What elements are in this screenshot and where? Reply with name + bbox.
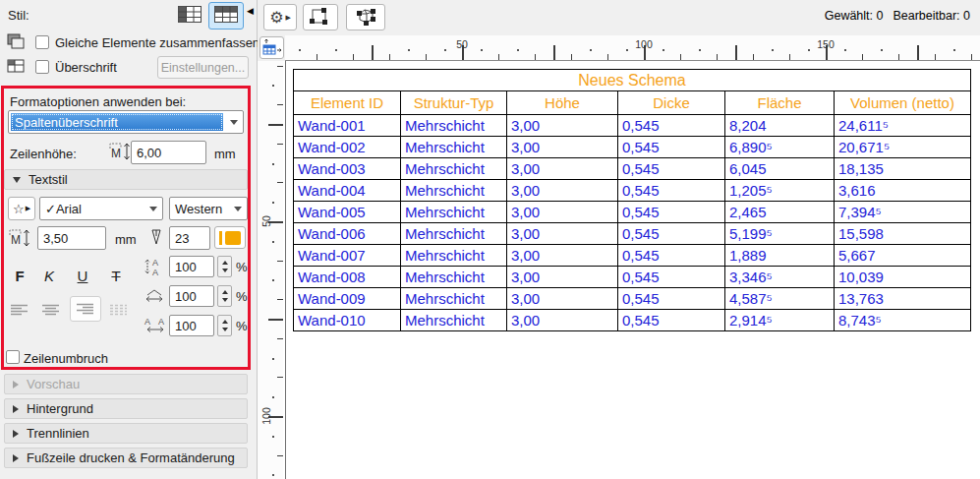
schedule-title[interactable]: Neues Schema [294,70,971,91]
section-hintergrund[interactable]: Hintergrund [4,398,248,419]
v-ruler[interactable]: 50100 [258,61,283,479]
table-cell[interactable]: 3,00 [507,115,618,137]
table-row[interactable]: Wand-009Mehrschicht3,000,5454,587⁵13,763 [294,288,971,310]
select-in-schedule-button[interactable] [303,4,338,30]
table-cell[interactable]: 4,587⁵ [725,288,835,310]
table-cell[interactable]: 3,346⁵ [725,267,835,288]
favorites-button[interactable]: ☆▶ [8,197,35,220]
table-cell[interactable]: Mehrschicht [401,115,507,137]
schedule-column-header[interactable]: Struktur-Typ [401,91,507,115]
table-cell[interactable]: 3,00 [507,310,618,331]
table-cell[interactable]: Mehrschicht [401,158,507,180]
font-script-dropdown[interactable]: Western [169,197,248,220]
table-cell[interactable]: 3,00 [507,202,618,223]
table-cell[interactable]: Mehrschicht [401,223,507,245]
table-cell[interactable]: 3,00 [507,180,618,202]
table-row[interactable]: Wand-004Mehrschicht3,000,5451,205⁵3,616 [294,180,971,202]
schedule-title-row[interactable]: Neues Schema [294,70,971,91]
schedule-column-header[interactable]: Element ID [294,91,401,115]
align-justify-button[interactable] [107,301,131,319]
line-spacing-stepper[interactable] [217,256,232,277]
table-cell[interactable]: 0,545 [618,245,725,267]
table-cell[interactable]: 0,545 [618,267,725,288]
table-cell[interactable]: Mehrschicht [401,202,507,223]
table-cell[interactable]: 1,889 [725,245,835,267]
table-row[interactable]: Wand-001Mehrschicht3,000,5458,20424,611⁵ [294,115,971,137]
table-cell[interactable]: 13,763 [835,288,971,310]
char-width-stepper[interactable] [217,285,232,307]
table-cell[interactable]: 0,545 [618,288,725,310]
table-cell[interactable]: Mehrschicht [401,267,507,288]
table-cell[interactable]: 20,671⁵ [835,137,971,158]
table-cell[interactable]: Wand-001 [294,115,401,137]
schedule-header-row[interactable]: Element IDStruktur-TypHöheDickeFlächeVol… [294,91,971,115]
table-cell[interactable]: Wand-003 [294,158,401,180]
table-cell[interactable]: Wand-008 [294,267,401,288]
strikethrough-button[interactable]: T [105,264,127,287]
table-cell[interactable]: Wand-006 [294,223,401,245]
table-cell[interactable]: 7,394⁵ [835,202,971,223]
table-cell[interactable]: 6,890⁵ [725,137,835,158]
schedule-table[interactable]: Neues Schema Element IDStruktur-TypHöheD… [293,69,971,331]
table-cell[interactable]: 5,667 [835,245,971,267]
table-cell[interactable]: Mehrschicht [401,180,507,202]
style-header-row-button[interactable] [208,2,244,30]
table-cell[interactable]: Wand-007 [294,245,401,267]
table-cell[interactable]: 0,545 [618,158,725,180]
table-cell[interactable]: 8,743⁵ [835,310,971,331]
italic-button[interactable]: K [38,264,60,287]
table-cell[interactable]: 15,598 [835,223,971,245]
section-vorschau[interactable]: Vorschau [4,374,248,394]
schedule-column-header[interactable]: Volumen (netto) [835,91,971,115]
table-row[interactable]: Wand-008Mehrschicht3,000,5453,346⁵10,039 [294,267,971,288]
schedule-column-header[interactable]: Fläche [725,91,835,115]
pen-number-input[interactable]: 23 [169,226,210,250]
char-width-input[interactable]: 100 [169,285,214,307]
table-cell[interactable]: Mehrschicht [401,245,507,267]
merge-elements-checkbox[interactable] [35,35,49,49]
section-trennlinien[interactable]: Trennlinien [4,423,248,444]
font-family-dropdown[interactable]: ✓Arial [39,197,163,220]
wrap-checkbox[interactable] [6,350,20,364]
table-cell[interactable]: 0,545 [618,137,725,158]
schedule-column-header[interactable]: Höhe [507,91,618,115]
table-cell[interactable]: Wand-002 [294,137,401,158]
char-spacing-input[interactable]: 100 [169,315,214,336]
table-cell[interactable]: Mehrschicht [401,288,507,310]
align-center-button[interactable] [39,301,63,319]
char-spacing-stepper[interactable] [217,315,232,336]
table-cell[interactable]: 3,616 [835,180,971,202]
table-cell[interactable]: 2,914⁵ [725,310,835,331]
table-cell[interactable]: 0,545 [618,115,725,137]
layout-canvas[interactable]: Neues Schema Element IDStruktur-TypHöheD… [283,61,980,479]
table-cell[interactable]: 3,00 [507,245,618,267]
schedule-column-header[interactable]: Dicke [618,91,725,115]
table-cell[interactable]: 18,135 [835,158,971,180]
table-row[interactable]: Wand-010Mehrschicht3,000,5452,914⁵8,743⁵ [294,310,971,331]
pen-color-button[interactable] [214,226,246,249]
table-cell[interactable]: 0,545 [618,310,725,331]
table-cell[interactable]: 3,00 [507,288,618,310]
table-cell[interactable]: 3,00 [507,158,618,180]
ruler-origin-button[interactable] [259,36,284,59]
settings-button[interactable]: Einstellungen... [157,56,249,79]
table-row[interactable]: Wand-006Mehrschicht3,000,5455,199⁵15,598 [294,223,971,245]
table-cell[interactable]: Wand-010 [294,310,401,331]
line-spacing-input[interactable]: 100 [169,256,214,277]
table-cell[interactable]: 3,00 [507,137,618,158]
table-row[interactable]: Wand-003Mehrschicht3,000,5456,04518,135 [294,158,971,180]
table-cell[interactable]: 5,199⁵ [725,223,835,245]
underline-button[interactable]: U [72,264,93,287]
table-row[interactable]: Wand-007Mehrschicht3,000,5451,8895,667 [294,245,971,267]
table-cell[interactable]: 6,045 [725,158,835,180]
align-left-button[interactable] [8,301,31,319]
table-cell[interactable]: 0,545 [618,202,725,223]
table-cell[interactable]: 0,545 [618,223,725,245]
table-cell[interactable]: 3,00 [507,223,618,245]
table-cell[interactable]: Mehrschicht [401,137,507,158]
table-cell[interactable]: 2,465 [725,202,835,223]
align-right-button[interactable] [70,296,101,322]
format-target-dropdown[interactable]: Spaltenüberschrift [8,110,244,134]
table-cell[interactable]: 1,205⁵ [725,180,835,202]
section-fusszeile[interactable]: Fußzeile drucken & Formatänderung [4,448,248,468]
